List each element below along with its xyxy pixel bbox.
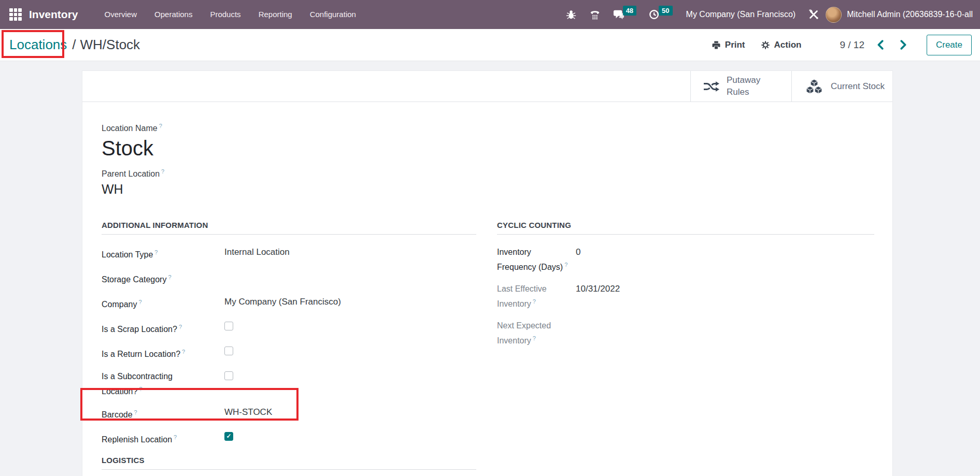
pager-next-icon[interactable]	[900, 40, 907, 50]
return-location-label: Is a Return Location??	[102, 345, 224, 362]
replenish-location-label: Replenish Location?	[102, 431, 224, 448]
putaway-rules-button[interactable]: Putaway Rules	[690, 71, 791, 102]
gear-icon	[761, 40, 770, 50]
help-tooltip-icon[interactable]: ?	[138, 299, 141, 305]
section-title-cyclic: CYCLIC COUNTING	[497, 221, 874, 235]
help-tooltip-icon[interactable]: ?	[134, 409, 137, 415]
subcontracting-location-label: Is a Subcontracting Location??	[102, 370, 224, 398]
field-row-company: Company? My Company (San Francisco)	[102, 296, 476, 312]
help-tooltip-icon[interactable]: ?	[179, 324, 182, 330]
help-tooltip-icon[interactable]: ?	[161, 168, 164, 175]
field-row-barcode: Barcode? WH-STOCK	[102, 406, 476, 423]
help-tooltip-icon[interactable]: ?	[174, 434, 177, 440]
putaway-rules-label: Putaway Rules	[727, 75, 772, 98]
field-row-next-expected-inventory: Next Expected Inventory?	[497, 320, 874, 347]
breadcrumb-separator: /	[72, 37, 76, 53]
scrap-location-label: Is a Scrap Location??	[102, 321, 224, 337]
help-tooltip-icon[interactable]: ?	[533, 335, 536, 341]
location-name-value[interactable]: Stock	[102, 136, 892, 160]
menu-reporting[interactable]: Reporting	[250, 0, 301, 29]
top-navbar: Inventory Overview Operations Products R…	[0, 0, 980, 29]
barcode-value[interactable]: WH-STOCK	[224, 406, 272, 423]
location-form: Location Name? Stock Parent Location? WH…	[82, 102, 892, 476]
menu-overview[interactable]: Overview	[96, 0, 146, 29]
apps-grid-icon[interactable]	[9, 8, 22, 21]
create-button[interactable]: Create	[927, 35, 972, 55]
help-tooltip-icon[interactable]: ?	[533, 298, 536, 305]
breadcrumb: Locations / WH/Stock	[6, 36, 140, 54]
messages-icon[interactable]: 48	[613, 9, 636, 20]
navbar-right: 48 50 My Company (San Francisco) Mitchel…	[553, 7, 973, 23]
section-title-additional: ADDITIONAL INFORMATION	[102, 221, 476, 235]
company-label: Company?	[102, 296, 224, 312]
menu-operations[interactable]: Operations	[146, 0, 201, 29]
voip-phone-icon[interactable]	[589, 9, 601, 20]
parent-location-label: Parent Location?	[102, 168, 892, 179]
location-type-value[interactable]: Internal Location	[224, 246, 290, 263]
debug-bug-icon[interactable]	[565, 9, 577, 20]
barcode-label: Barcode?	[102, 406, 224, 423]
storage-category-label: Storage Category?	[102, 271, 224, 287]
company-value[interactable]: My Company (San Francisco)	[224, 296, 341, 312]
cubes-icon	[804, 79, 824, 94]
user-avatar[interactable]	[826, 7, 842, 23]
menu-products[interactable]: Products	[201, 0, 249, 29]
last-effective-inventory-value: 10/31/2022	[576, 283, 620, 310]
shuffle-icon	[703, 80, 720, 93]
location-name-label: Location Name?	[102, 123, 892, 133]
field-row-location-type: Location Type? Internal Location	[102, 246, 476, 263]
inventory-frequency-label: Inventory Frequency (Days)?	[497, 246, 576, 273]
next-expected-inventory-label: Next Expected Inventory?	[497, 320, 576, 347]
activities-count-badge[interactable]: 50	[659, 6, 672, 16]
current-stock-button[interactable]: Current Stock	[791, 71, 892, 102]
field-row-subcontracting-location: Is a Subcontracting Location??	[102, 370, 476, 398]
parent-location-value[interactable]: WH	[102, 181, 892, 197]
activities-clock-icon[interactable]: 50	[649, 9, 672, 20]
main-menu: Overview Operations Products Reporting C…	[96, 0, 365, 29]
user-name: Mitchell Admin (20636839-16-0-all	[847, 10, 973, 19]
inventory-frequency-value[interactable]: 0	[576, 246, 580, 273]
replenish-location-checkbox[interactable]	[224, 432, 233, 441]
field-row-storage-category: Storage Category?	[102, 271, 476, 287]
control-panel: Locations / WH/Stock Print	[0, 29, 980, 61]
messages-count-badge[interactable]: 48	[623, 6, 636, 16]
section-title-logistics: LOGISTICS	[102, 456, 476, 470]
location-type-label: Location Type?	[102, 246, 224, 263]
menu-configuration[interactable]: Configuration	[301, 0, 365, 29]
pager-previous-icon[interactable]	[877, 40, 884, 50]
breadcrumb-locations-link[interactable]: Locations	[6, 36, 70, 54]
field-row-scrap-location: Is a Scrap Location??	[102, 321, 476, 337]
help-tooltip-icon[interactable]: ?	[154, 249, 158, 255]
field-row-inventory-frequency: Inventory Frequency (Days)? 0	[497, 246, 874, 273]
control-panel-right: Print Action 9 / 12	[696, 35, 974, 55]
scrap-location-checkbox[interactable]	[224, 322, 233, 330]
user-menu[interactable]: Mitchell Admin (20636839-16-0-all	[826, 7, 973, 23]
pager-nav	[877, 40, 907, 50]
breadcrumb-current: WH/Stock	[80, 37, 140, 53]
form-sheet: Putaway Rules Current Stock	[82, 70, 893, 476]
help-tooltip-icon[interactable]: ?	[139, 386, 142, 392]
printer-icon	[712, 40, 721, 50]
app-name[interactable]: Inventory	[29, 8, 78, 21]
help-tooltip-icon[interactable]: ?	[564, 262, 567, 268]
tools-wrench-icon[interactable]	[808, 9, 819, 20]
action-button[interactable]: Action	[761, 40, 802, 50]
smart-button-row: Putaway Rules Current Stock	[82, 71, 892, 102]
field-row-last-effective-inventory: Last Effective Inventory? 10/31/2022	[497, 283, 874, 310]
print-button[interactable]: Print	[712, 40, 745, 50]
help-tooltip-icon[interactable]: ?	[159, 123, 162, 129]
last-effective-inventory-label: Last Effective Inventory?	[497, 283, 576, 310]
company-switcher[interactable]: My Company (San Francisco)	[686, 10, 796, 19]
field-row-replenish-location: Replenish Location?	[102, 431, 476, 448]
group-additional-information: ADDITIONAL INFORMATION Location Type? In…	[102, 221, 476, 476]
help-tooltip-icon[interactable]: ?	[182, 349, 185, 355]
current-stock-label: Current Stock	[831, 81, 885, 92]
group-cyclic-counting: CYCLIC COUNTING Inventory Frequency (Day…	[497, 221, 874, 476]
return-location-checkbox[interactable]	[224, 347, 233, 355]
field-row-return-location: Is a Return Location??	[102, 345, 476, 362]
pager-counter: 9 / 12	[840, 39, 864, 51]
subcontracting-location-checkbox[interactable]	[224, 371, 233, 380]
help-tooltip-icon[interactable]: ?	[168, 274, 171, 280]
